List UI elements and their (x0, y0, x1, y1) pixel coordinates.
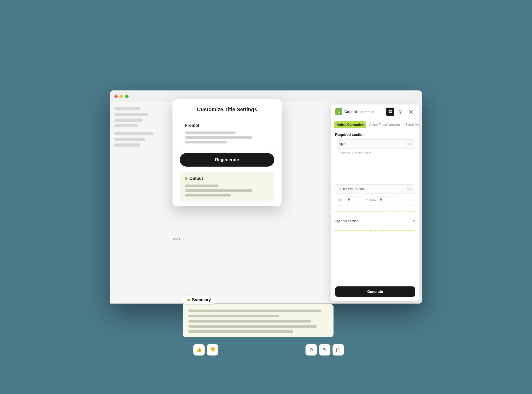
copilot-close-button[interactable] (407, 108, 415, 116)
toolbar-group-right: ⚙ ↻ 📋 (305, 344, 344, 356)
summary-label-container: Summary (183, 295, 215, 305)
summary-line (188, 315, 279, 317)
regenerate-button[interactable]: Regenerate (180, 153, 274, 167)
summary-line (188, 325, 317, 328)
thumbs-up-icon: 👍 (196, 347, 202, 353)
summary-content (183, 304, 334, 337)
prompt-card: Prompt (180, 119, 274, 148)
input-placeholder: Paste your content here... (338, 151, 374, 155)
refresh-toolbar-button[interactable]: ↻ (319, 344, 330, 356)
copilot-mode-button[interactable] (386, 108, 394, 116)
prompt-line (185, 141, 227, 143)
tab-article-generation[interactable]: Article Generation (334, 121, 366, 128)
summary-line (188, 310, 321, 312)
word-count-header: Article Word Count i (335, 185, 415, 194)
summary-toolbar: 👍 👎 ⚙ ↻ 📋 (193, 344, 344, 356)
settings-toolbar-button[interactable]: ⚙ (305, 344, 317, 356)
svg-rect-2 (389, 110, 390, 111)
tilde-separator: ~ (366, 198, 368, 202)
sidebar-item[interactable] (114, 132, 153, 135)
word-count-info-icon[interactable]: i (407, 187, 412, 191)
copilot-settings-button[interactable] (396, 108, 405, 116)
output-card: Output (180, 172, 274, 201)
required-section: Required section Input i Paste your cont… (335, 133, 415, 180)
prompt-label: Prompt (185, 123, 269, 128)
min-input[interactable] (346, 196, 364, 203)
svg-rect-3 (390, 110, 392, 111)
copilot-logo: C (335, 108, 342, 115)
copilot-panel: C Copilot > informed (331, 104, 419, 301)
generate-button[interactable]: Generate (335, 286, 415, 297)
chevron-down-icon: ∨ (413, 219, 415, 223)
word-count-label: Article Word Count (338, 187, 364, 191)
summary-section: Summary (183, 295, 334, 337)
prompt-line (185, 136, 252, 139)
sidebar-item[interactable] (114, 119, 143, 122)
summary-line (188, 320, 311, 323)
tab-article-transformation[interactable]: Article Transformation (367, 121, 402, 128)
summary-label: Summary (192, 298, 211, 302)
tags-label: Tags (172, 237, 180, 241)
breadcrumb-path: informed (361, 110, 374, 114)
summary-line (188, 330, 293, 333)
input-info-icon[interactable]: i (407, 142, 412, 146)
app-content: Customize Title Settings Prompt Regenera… (110, 102, 422, 304)
tags-area: Tags (172, 237, 180, 241)
copilot-breadcrumb: Copilot > informed (344, 110, 374, 114)
output-line (185, 185, 218, 187)
prompt-lines (185, 132, 269, 143)
customize-modal: Customize Title Settings Prompt Regenera… (172, 99, 282, 206)
traffic-light-red[interactable] (114, 95, 118, 98)
traffic-light-yellow[interactable] (120, 95, 123, 98)
tabs-container: Article Generation Article Transformatio… (331, 119, 419, 128)
settings-toolbar-icon: ⚙ (309, 347, 313, 353)
sidebar-item[interactable] (114, 138, 145, 141)
input-field-header: Input i (335, 140, 415, 149)
summary-dot (187, 299, 190, 301)
optional-section-title: optional section (335, 219, 358, 223)
copilot-brand: C Copilot > informed (335, 108, 374, 115)
panel-content: Required section Input i Paste your cont… (331, 128, 419, 301)
input-field-label: Input (338, 142, 345, 146)
sidebar-item[interactable] (114, 143, 140, 147)
svg-rect-5 (390, 112, 392, 113)
copilot-header: C Copilot > informed (331, 104, 419, 119)
sidebar-item[interactable] (114, 124, 138, 127)
sidebar-item[interactable] (114, 107, 140, 110)
copy-toolbar-button[interactable]: 📋 (332, 344, 344, 356)
min-label: Min (338, 198, 344, 201)
dashed-divider-bottom (335, 230, 415, 231)
output-line (185, 189, 252, 192)
min-max-row: Min ~ Max (335, 194, 415, 206)
sidebar-item[interactable] (114, 113, 148, 116)
word-count-section: Article Word Count i Min ~ Max (335, 184, 415, 206)
max-label: Max (370, 198, 376, 201)
refresh-toolbar-icon: ↻ (323, 347, 327, 353)
output-line (185, 194, 231, 196)
output-dot (185, 177, 187, 180)
tab-social-media[interactable]: Social Media (403, 121, 419, 128)
dashed-divider-top (335, 211, 415, 212)
main-area: Customize Title Settings Prompt Regenera… (167, 102, 331, 304)
copilot-brand-name: Copilot (344, 110, 357, 114)
traffic-light-green[interactable] (125, 95, 129, 98)
copy-toolbar-icon: 📋 (335, 347, 341, 353)
svg-rect-4 (389, 112, 390, 113)
thumbs-up-button[interactable]: 👍 (193, 344, 205, 356)
summary-lines (188, 310, 328, 333)
svg-point-6 (400, 111, 401, 113)
breadcrumb-separator: > (358, 110, 360, 114)
modal-title: Customize Title Settings (180, 107, 274, 113)
toolbar-group-left: 👍 👎 (193, 344, 218, 356)
output-label: Output (185, 176, 269, 181)
optional-section[interactable]: optional section ∨ (335, 217, 415, 225)
thumbs-down-button[interactable]: 👎 (207, 344, 218, 356)
copilot-header-actions (386, 108, 415, 116)
screen-container: Customize Title Settings Prompt Regenera… (110, 90, 422, 304)
svg-text:C: C (338, 110, 340, 113)
input-field-area[interactable]: Paste your content here... (335, 149, 415, 180)
output-lines (185, 185, 269, 196)
thumbs-down-icon: 👎 (210, 347, 215, 353)
sidebar (110, 102, 167, 304)
max-input[interactable] (378, 196, 396, 203)
